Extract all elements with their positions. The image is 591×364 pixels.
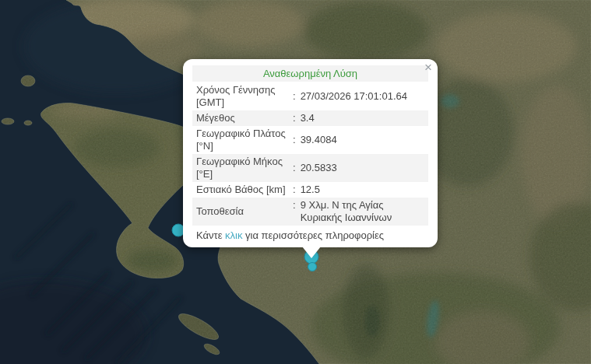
latitude-value: 39.4084	[301, 134, 424, 146]
table-row-origin-time: Χρόνος Γέννησης [GMT] :27/03/2026 17:01:…	[192, 82, 428, 110]
table-row-magnitude: Μέγεθος :3.4	[192, 110, 428, 126]
more-info-link[interactable]: κλικ	[225, 229, 242, 241]
epicenter-marker-secondary[interactable]	[308, 263, 317, 271]
row-label: Χρόνος Γέννησης [GMT]	[196, 84, 291, 109]
depth-value: 12.5	[301, 184, 424, 196]
row-label: Γεωγραφικό Πλάτος [°N]	[196, 128, 291, 152]
row-label: Γεωγραφικό Μήκος [°E]	[196, 156, 291, 180]
row-label: Εστιακό Βάθος [km]	[196, 184, 291, 196]
colon-separator: :	[293, 199, 296, 212]
map-application: × Αναθεωρημένη Λύση Χρόνος Γέννησης [GMT…	[0, 0, 591, 364]
magnitude-value: 3.4	[301, 112, 424, 124]
longitude-value: 20.5833	[301, 162, 424, 174]
earthquake-data-table: Χρόνος Γέννησης [GMT] :27/03/2026 17:01:…	[192, 82, 428, 226]
colon-separator: :	[293, 184, 296, 196]
close-icon[interactable]: ×	[424, 61, 432, 74]
colon-separator: :	[293, 134, 296, 146]
table-row-longitude: Γεωγραφικό Μήκος [°E] :20.5833	[192, 154, 428, 182]
colon-separator: :	[293, 112, 296, 124]
table-row-depth: Εστιακό Βάθος [km] :12.5	[192, 182, 428, 198]
colon-separator: :	[293, 90, 296, 103]
popup-footer: Κάντε κλικ για περισσότερες πληροφορίες	[191, 226, 430, 243]
origin-time-value: 27/03/2026 17:01:01.64	[301, 90, 424, 103]
row-label: Τοποθεσία	[196, 205, 291, 218]
footer-text: Κάντε	[196, 229, 225, 241]
popup-title: Αναθεωρημένη Λύση	[192, 65, 428, 82]
row-label: Μέγεθος	[196, 112, 291, 124]
location-value: 9 Χλμ. N της Αγίας Κυριακής Ιωαννίνων	[301, 199, 424, 224]
footer-text: για περισσότερες πληροφορίες	[242, 229, 384, 241]
table-row-location: Τοποθεσία :9 Χλμ. N της Αγίας Κυριακής Ι…	[192, 198, 428, 226]
colon-separator: :	[293, 162, 296, 174]
table-row-latitude: Γεωγραφικό Πλάτος [°N] :39.4084	[192, 126, 428, 154]
earthquake-info-popup: × Αναθεωρημένη Λύση Χρόνος Γέννησης [GMT…	[183, 59, 438, 247]
popup-tail-pointer	[302, 247, 321, 258]
